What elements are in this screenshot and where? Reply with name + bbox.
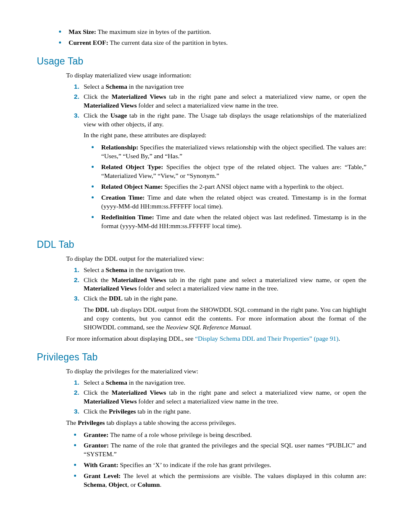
usage-tab-heading: Usage Tab (37, 55, 366, 68)
step-3: Click the Privileges tab in the right pa… (81, 407, 366, 416)
display-schema-ddl-link[interactable]: “Display Schema DDL and Their Properties… (195, 335, 338, 342)
list-item: Redefinition Time: Time and date when th… (99, 212, 366, 231)
step-2: Click the Materialized Views tab in the … (81, 93, 366, 110)
term: Max Size: (69, 28, 96, 35)
step-3: Click the Usage tab in the right pane. T… (81, 111, 366, 231)
partition-attrs-list: Max Size: The maximum size in bytes of t… (51, 27, 366, 47)
ddl-intro: To display the DDL output for the materi… (66, 254, 366, 263)
list-item: Current EOF: The current data size of th… (66, 38, 366, 47)
step-3: Click the DDL tab in the right pane. The… (81, 294, 366, 332)
step-1: Select a Schema in the navigation tree. (81, 378, 366, 387)
step-3-subpara: In the right pane, these attributes are … (84, 131, 366, 140)
step-3-subpara: The DDL tab displays DDL output from the… (84, 306, 366, 332)
priv-steps: Select a Schema in the navigation tree. … (66, 378, 366, 416)
list-item: Creation Time: Time and date when the re… (99, 193, 366, 211)
step-1: Select a Schema in the navigation tree. (81, 266, 366, 275)
usage-steps: Select a Schema in the navigation tree C… (66, 82, 366, 231)
list-item: Relationship: Specifies the materialized… (99, 142, 366, 161)
step-2: Click the Materialized Views tab in the … (81, 388, 366, 406)
desc: The maximum size in bytes of the partiti… (96, 28, 211, 35)
usage-intro: To display materialized view usage infor… (66, 71, 366, 80)
priv-attrs-list: Grantee: The name of a role whose privil… (66, 430, 366, 490)
ddl-more-info: For more information about displaying DD… (66, 334, 366, 343)
list-item: Grantee: The name of a role whose privil… (81, 430, 366, 439)
priv-intro: To display the privileges for the materi… (66, 367, 366, 376)
term: Current EOF: (69, 39, 108, 46)
privileges-tab-heading: Privileges Tab (37, 351, 366, 364)
list-item: Grant Level: The level at which the perm… (81, 471, 366, 489)
list-item: With Grant: Specifies an ‘X’ to indicate… (81, 460, 366, 470)
usage-attrs-list: Relationship: Specifies the materialized… (84, 142, 366, 230)
list-item: Related Object Name: Specifies the 2-par… (99, 182, 366, 191)
step-1: Select a Schema in the navigation tree (81, 82, 366, 91)
desc: The current data size of the partition i… (108, 39, 228, 46)
step-2: Click the Materialized Views tab in the … (81, 276, 366, 293)
ddl-tab-heading: DDL Tab (37, 238, 366, 251)
ddl-steps: Select a Schema in the navigation tree. … (66, 266, 366, 332)
list-item: Related Object Type: Specifies the objec… (99, 162, 366, 180)
list-item: Max Size: The maximum size in bytes of t… (66, 27, 366, 36)
list-item: Grantor: The name of the role that grant… (81, 440, 366, 459)
priv-table-intro: The Privileges tab displays a table show… (66, 419, 366, 427)
